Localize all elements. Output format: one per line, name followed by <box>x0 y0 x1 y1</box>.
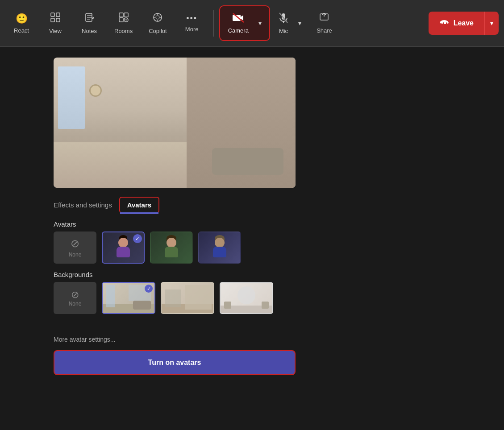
room-sofa <box>212 148 283 175</box>
avatars-section: Avatars ⊘ None <box>54 220 293 264</box>
notes-button[interactable]: Notes <box>73 5 105 41</box>
camera-button[interactable]: Camera <box>223 9 254 37</box>
turn-on-label: Turn on avatars <box>148 359 201 367</box>
svg-rect-9 <box>124 13 128 17</box>
leave-group: Leave ▾ <box>429 12 499 35</box>
background-option-1[interactable]: ✓ <box>102 282 155 314</box>
avatar-thumbnail-1 <box>114 235 132 260</box>
avatar-preview <box>54 58 296 188</box>
bg-none-label: None <box>69 301 82 307</box>
share-button[interactable]: Share <box>309 5 339 41</box>
avatar-option-3[interactable] <box>198 232 241 264</box>
camera-off-icon <box>233 13 244 25</box>
effects-label: Effects and settings <box>54 201 112 209</box>
none-icon: ⊘ <box>71 237 79 250</box>
selected-badge: ✓ <box>133 234 142 243</box>
share-icon <box>319 13 329 25</box>
phone-hangup-icon <box>439 19 449 27</box>
bg-preview-1: ✓ <box>103 283 154 313</box>
react-label: React <box>14 27 29 34</box>
copilot-icon <box>153 12 162 25</box>
background-option-3[interactable] <box>220 282 273 314</box>
leave-button[interactable]: Leave <box>429 12 484 35</box>
svg-rect-10 <box>119 18 123 22</box>
camera-group: Camera ▾ <box>219 5 270 41</box>
react-icon: 🙂 <box>16 13 28 25</box>
rooms-button[interactable]: Rooms <box>107 5 140 41</box>
svg-rect-0 <box>51 13 54 17</box>
main-content: Effects and settings Avatars Avatars ⊘ N… <box>0 47 504 430</box>
backgrounds-title: Backgrounds <box>54 271 293 278</box>
view-button[interactable]: View <box>39 5 71 41</box>
notes-icon <box>84 12 94 25</box>
mic-group: Mic ▾ <box>272 5 308 41</box>
svg-rect-2 <box>51 18 54 22</box>
background-option-2[interactable] <box>161 282 214 314</box>
svg-rect-1 <box>56 13 60 17</box>
avatar-option-1[interactable]: ✓ <box>102 232 145 264</box>
backgrounds-grid: ⊘ None ✓ <box>54 282 293 314</box>
left-panel: Effects and settings Avatars Avatars ⊘ N… <box>0 47 304 430</box>
mic-chevron-button[interactable]: ▾ <box>293 14 306 32</box>
camera-chevron-button[interactable]: ▾ <box>254 14 267 32</box>
leave-label: Leave <box>454 19 474 27</box>
more-label: More <box>185 26 199 33</box>
topbar: 🙂 React View Notes <box>0 0 504 47</box>
avatar-option-2[interactable] <box>150 232 193 264</box>
react-button[interactable]: 🙂 React <box>5 5 37 41</box>
effects-section: Effects and settings Avatars Avatars ⊘ N… <box>54 197 293 375</box>
view-label: View <box>49 28 62 34</box>
separator-1 <box>213 10 214 37</box>
turn-on-avatars-button[interactable]: Turn on avatars <box>54 350 296 375</box>
right-panel <box>304 47 504 430</box>
more-button[interactable]: ••• More <box>176 5 208 41</box>
mic-label: Mic <box>279 28 288 34</box>
divider <box>54 325 296 325</box>
mic-button[interactable]: Mic <box>274 9 293 38</box>
bg-none-icon: ⊘ <box>71 289 79 301</box>
tabs-row: Effects and settings Avatars <box>54 197 293 213</box>
more-icon: ••• <box>186 14 197 23</box>
room-window <box>58 66 85 129</box>
avatars-tab[interactable]: Avatars <box>119 197 159 213</box>
svg-rect-8 <box>119 13 123 17</box>
share-label: Share <box>317 27 332 34</box>
copilot-button[interactable]: Copilot <box>142 5 174 41</box>
avatar-thumbnail-2 <box>162 235 180 260</box>
mic-muted-icon <box>279 12 288 25</box>
rooms-icon <box>119 12 129 25</box>
copilot-label: Copilot <box>149 28 167 34</box>
camera-label: Camera <box>228 27 249 34</box>
bg-selected-badge: ✓ <box>145 285 153 293</box>
view-icon <box>50 12 60 25</box>
avatar-grid: ⊘ None ✓ <box>54 232 293 264</box>
notes-label: Notes <box>82 28 97 34</box>
avatar-thumbnail-3 <box>211 235 229 260</box>
more-avatar-settings-link[interactable]: More avatar settings... <box>54 336 293 343</box>
svg-rect-3 <box>56 18 60 22</box>
room-mirror <box>89 84 102 97</box>
avatar-none-option[interactable]: ⊘ None <box>54 232 96 264</box>
avatars-title: Avatars <box>54 220 293 228</box>
bg-preview-2 <box>162 283 213 313</box>
rooms-label: Rooms <box>114 28 133 34</box>
background-none-option[interactable]: ⊘ None <box>54 282 96 314</box>
leave-chevron-button[interactable]: ▾ <box>484 12 499 35</box>
bg-preview-3 <box>221 283 272 313</box>
backgrounds-section: Backgrounds ⊘ None <box>54 271 293 314</box>
none-label: None <box>69 252 82 258</box>
